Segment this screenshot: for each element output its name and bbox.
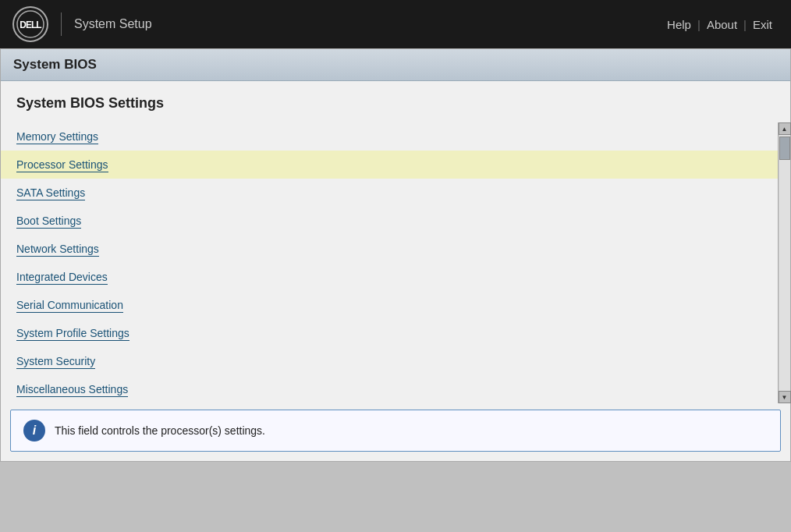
info-text: This field controls the processor(s) set… — [55, 424, 265, 437]
menu-item-system-profile-settings[interactable]: System Profile Settings — [1, 319, 778, 347]
about-link[interactable]: About — [701, 18, 743, 31]
info-box: i This field controls the processor(s) s… — [10, 410, 781, 452]
header-title: System Setup — [74, 17, 152, 31]
exit-link[interactable]: Exit — [747, 18, 779, 31]
menu-item-processor-settings[interactable]: Processor Settings — [1, 151, 778, 179]
info-icon: i — [23, 420, 45, 442]
settings-heading: System BIOS Settings — [1, 81, 790, 122]
header-nav: Help | About | Exit — [661, 18, 779, 31]
menu-item-sata-settings[interactable]: SATA Settings — [1, 179, 778, 207]
svg-text:DELL: DELL — [20, 20, 41, 30]
menu-item-network-settings[interactable]: Network Settings — [1, 235, 778, 263]
bios-title: System BIOS — [13, 57, 97, 72]
scroll-down-button[interactable]: ▼ — [779, 391, 791, 403]
bios-title-bar: System BIOS — [1, 49, 790, 81]
header-left: DELL System Setup — [12, 6, 152, 42]
menu-item-boot-settings[interactable]: Boot Settings — [1, 207, 778, 235]
menu-item-miscellaneous-settings[interactable]: Miscellaneous Settings — [1, 375, 778, 403]
scrollbar[interactable]: ▲ ▼ — [778, 122, 790, 403]
settings-list: Memory SettingsProcessor SettingsSATA Se… — [1, 122, 778, 403]
main-container: System BIOS System BIOS Settings Memory … — [0, 48, 791, 462]
settings-list-container: Memory SettingsProcessor SettingsSATA Se… — [1, 122, 790, 403]
menu-item-integrated-devices[interactable]: Integrated Devices — [1, 263, 778, 291]
dell-logo: DELL — [12, 6, 48, 42]
content-area: System BIOS Settings Memory SettingsProc… — [1, 81, 790, 461]
header-divider — [61, 12, 62, 36]
menu-item-memory-settings[interactable]: Memory Settings — [1, 122, 778, 151]
scroll-thumb[interactable] — [779, 137, 790, 160]
menu-item-system-security[interactable]: System Security — [1, 347, 778, 375]
help-link[interactable]: Help — [661, 18, 697, 31]
scroll-up-button[interactable]: ▲ — [779, 122, 791, 135]
menu-item-serial-communication[interactable]: Serial Communication — [1, 291, 778, 319]
scroll-track — [779, 135, 790, 391]
header: DELL System Setup Help | About | Exit — [0, 0, 791, 48]
